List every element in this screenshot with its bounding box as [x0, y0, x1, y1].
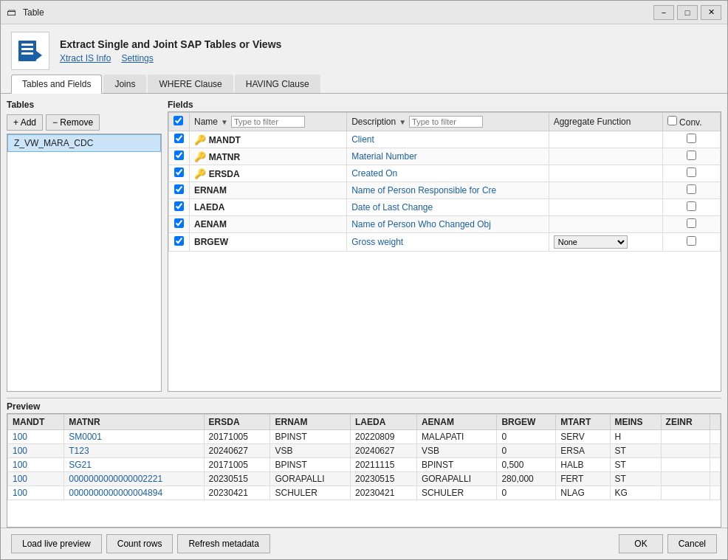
ok-button[interactable]: OK [619, 534, 662, 553]
preview-col-header: MANDT [8, 415, 64, 430]
conv-checkbox[interactable] [687, 134, 696, 143]
close-button[interactable]: ✕ [701, 5, 721, 20]
preview-scroll-cell [710, 444, 721, 458]
footer-bar: Load live preview Count rows Refresh met… [1, 528, 727, 559]
preview-scroll-col-header [710, 415, 721, 430]
preview-table-row: 100SM000120171005BPINST20220809MALAPATI0… [8, 430, 721, 444]
svg-marker-4 [36, 51, 42, 60]
field-checkbox[interactable] [174, 167, 184, 177]
preview-cell: 20230421 [350, 486, 416, 500]
preview-col-header: ZEINR [661, 415, 710, 430]
col-header-check [169, 113, 190, 131]
conv-checkbox[interactable] [687, 201, 696, 211]
fields-panel-label: Fields [168, 100, 721, 110]
header-title: Extract Single and Joint SAP Tables or V… [60, 38, 281, 50]
preview-cell [661, 472, 710, 486]
field-checkbox[interactable] [174, 184, 184, 194]
preview-cell: KG [610, 486, 661, 500]
preview-cell: 20171005 [204, 430, 270, 444]
tab-joins[interactable]: Joins [103, 75, 146, 93]
preview-cell: 100 [8, 486, 64, 500]
settings-link[interactable]: Settings [121, 53, 153, 63]
select-all-checkbox[interactable] [174, 116, 183, 125]
preview-scroll-cell [710, 458, 721, 472]
conv-checkbox[interactable] [687, 184, 696, 194]
field-name: ERSDA [209, 169, 240, 179]
title-bar: 🗃 Table − □ ✕ [1, 1, 727, 24]
preview-col-header: MATNR [64, 415, 204, 430]
name-filter-input[interactable] [231, 116, 305, 128]
conv-header-checkbox[interactable] [667, 116, 677, 125]
tables-list: Z_VW_MARA_CDC [7, 134, 162, 392]
field-description: Material Number [347, 148, 549, 165]
preview-cell: 100 [8, 458, 64, 472]
col-desc-label: Description [351, 117, 396, 127]
preview-cell: 100 [8, 430, 64, 444]
conv-checkbox[interactable] [687, 151, 696, 160]
minimize-button[interactable]: − [653, 5, 674, 20]
tables-panel-label: Tables [7, 100, 162, 110]
preview-cell: 100 [8, 472, 64, 486]
preview-table-row: 100T12320240627VSB20240627VSB0ERSAST [8, 444, 721, 458]
field-checkbox[interactable] [174, 218, 184, 228]
preview-cell: 20230515 [204, 472, 270, 486]
preview-table-row: 100SG2120171005BPINST20211115BPINST0,500… [8, 458, 721, 472]
xtract-is-info-link[interactable]: Xtract IS Info [60, 53, 111, 63]
cancel-button[interactable]: Cancel [667, 534, 717, 553]
refresh-metadata-button[interactable]: Refresh metadata [177, 534, 269, 553]
col-conv-label: Conv. [679, 117, 701, 128]
add-table-button[interactable]: + Add [7, 114, 43, 131]
count-rows-button[interactable]: Count rows [106, 534, 174, 553]
preview-cell: T123 [64, 444, 204, 458]
field-checkbox[interactable] [174, 151, 184, 160]
preview-cell [661, 458, 710, 472]
fields-table-row: 🔑 MATNRMaterial Number [169, 148, 721, 165]
preview-cell: BPINST [416, 458, 497, 472]
maximize-button[interactable]: □ [677, 5, 698, 20]
field-checkbox[interactable] [174, 236, 184, 246]
aggregate-select[interactable]: None [554, 235, 628, 249]
tables-toolbar: + Add − Remove [7, 114, 162, 131]
preview-cell: NLAG [556, 486, 610, 500]
field-checkbox[interactable] [174, 134, 184, 143]
preview-cell: FERT [556, 472, 610, 486]
preview-cell: 0 [497, 430, 556, 444]
preview-scroll-cell [710, 472, 721, 486]
preview-cell: VSB [416, 444, 497, 458]
table-item[interactable]: Z_VW_MARA_CDC [7, 134, 161, 152]
conv-checkbox[interactable] [687, 167, 696, 177]
fields-table-row: ERNAMName of Person Responsible for Cre [169, 182, 721, 199]
col-name-label: Name [194, 117, 218, 127]
preview-cell: ST [610, 458, 661, 472]
col-agg-label: Aggregate Function [554, 117, 631, 127]
preview-cell [661, 444, 710, 458]
desc-filter-icon: ▼ [399, 118, 406, 126]
preview-cell: GORAPALLI [270, 472, 351, 486]
preview-cell: SCHULER [270, 486, 351, 500]
preview-cell: 20220809 [350, 430, 416, 444]
tab-having-clause[interactable]: HAVING Clause [235, 75, 320, 93]
conv-checkbox[interactable] [687, 218, 696, 228]
fields-table-row: BRGEWGross weightNone [169, 233, 721, 252]
tab-tables-and-fields[interactable]: Tables and Fields [11, 75, 102, 94]
field-description: Name of Person Responsible for Cre [347, 182, 549, 199]
window-title: Table [23, 7, 653, 18]
field-name: MANDT [209, 135, 241, 145]
conv-checkbox[interactable] [687, 236, 696, 246]
load-live-preview-button[interactable]: Load live preview [11, 534, 102, 553]
field-name: ERNAM [194, 185, 227, 196]
field-checkbox[interactable] [174, 201, 184, 211]
preview-cell: 0 [497, 486, 556, 500]
tabs-bar: Tables and Fields Joins WHERE Clause HAV… [1, 75, 727, 94]
preview-cell: 20230421 [204, 486, 270, 500]
header-right: Extract Single and Joint SAP Tables or V… [60, 38, 281, 63]
svg-rect-3 [21, 52, 33, 55]
tab-where-clause[interactable]: WHERE Clause [148, 75, 233, 93]
desc-filter-input[interactable] [409, 116, 483, 128]
preview-table: MANDTMATNRERSDAERNAMLAEDAAENAMBRGEWMTART… [7, 414, 721, 500]
field-name: LAEDA [194, 202, 224, 212]
remove-table-button[interactable]: − Remove [46, 114, 100, 131]
preview-cell: 0000000000000004894 [64, 486, 204, 500]
field-name: AENAM [194, 219, 227, 229]
preview-cell: ERSA [556, 444, 610, 458]
